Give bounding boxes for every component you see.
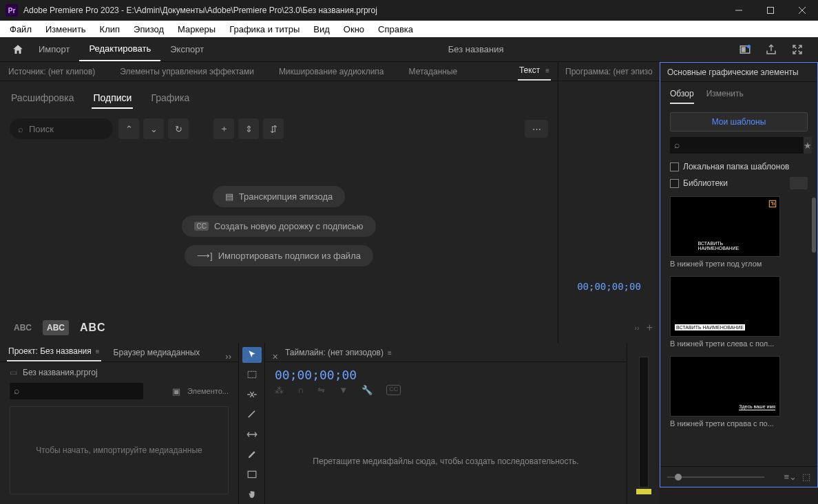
libraries-dropdown[interactable]: [790, 177, 808, 189]
refresh-button[interactable]: ↻: [168, 118, 189, 139]
template-item[interactable]: ВСТАВИТЬ НАИМЕНОВАНИЕ В нижней трети сле…: [670, 276, 810, 350]
more-options-button[interactable]: ⋯: [525, 120, 548, 138]
tab-project[interactable]: Проект: Без названия ≡: [7, 342, 101, 361]
eg-search-input[interactable]: [670, 137, 804, 154]
ripple-edit-tool[interactable]: [242, 387, 262, 403]
slip-tool[interactable]: [242, 427, 262, 443]
menu-graphics[interactable]: Графика и титры: [222, 22, 306, 36]
libraries-checkbox-row[interactable]: Библиотеки: [660, 174, 817, 192]
settings-icon[interactable]: 🔧: [361, 385, 373, 395]
my-templates-button[interactable]: Мои шаблоны: [670, 112, 808, 132]
merge-caption-button[interactable]: ⇵: [263, 118, 284, 139]
project-search-input[interactable]: [10, 383, 143, 399]
marker-icon[interactable]: ▼: [339, 385, 348, 395]
razor-tool[interactable]: [242, 407, 262, 423]
tab-metadata[interactable]: Метаданные: [408, 63, 459, 81]
menu-file[interactable]: Файл: [3, 22, 39, 36]
template-label: В нижней трети справа с по...: [670, 417, 780, 430]
template-label: В нижней трети слева с пол...: [670, 337, 780, 350]
quick-export-icon[interactable]: [738, 43, 752, 56]
cc-track-icon[interactable]: CC: [386, 385, 401, 395]
subtab-captions[interactable]: Подписи: [92, 88, 133, 109]
pen-tool[interactable]: [242, 446, 262, 462]
favorites-filter-button[interactable]: ★: [804, 137, 812, 154]
subtab-graphics[interactable]: Графика: [149, 88, 191, 109]
audio-meter[interactable]: [639, 357, 649, 487]
tab-effect-controls[interactable]: Элементы управления эффектами: [118, 63, 255, 81]
window-minimize-button[interactable]: [723, 0, 755, 21]
tab-audio-mixer[interactable]: Микширование аудиоклипа: [277, 63, 386, 81]
track-select-tool[interactable]: [242, 367, 262, 383]
transcribe-sequence-button[interactable]: ▤ Транскрипция эпизода: [213, 186, 345, 207]
workspace-tab-edit[interactable]: Редактировать: [79, 37, 160, 61]
window-close-button[interactable]: [786, 0, 818, 21]
project-name-display: Без названия: [213, 44, 738, 54]
checkbox-icon[interactable]: [670, 179, 679, 188]
selection-tool[interactable]: [242, 347, 262, 363]
timeline-tab[interactable]: Таймлайн: (нет эпизодов) ≡: [284, 344, 393, 361]
program-timecode[interactable]: 00;00;00;00: [577, 281, 641, 292]
home-button[interactable]: [7, 40, 29, 59]
abc-large-button[interactable]: ABC: [76, 319, 110, 337]
menu-markers[interactable]: Маркеры: [171, 22, 222, 36]
menu-clip[interactable]: Клип: [93, 22, 127, 36]
add-button-icon[interactable]: +: [647, 322, 653, 334]
import-icon: ⟶]: [197, 251, 213, 261]
program-panel-title[interactable]: Программа: (нет эпизо: [558, 62, 660, 81]
eg-tab-browse[interactable]: Обзор: [670, 89, 694, 104]
abc-medium-button[interactable]: ABC: [43, 320, 69, 335]
template-item[interactable]: Здесь ваше имя В нижней трети справа с п…: [670, 356, 810, 430]
menu-window[interactable]: Окно: [337, 22, 371, 36]
sort-icon[interactable]: ≡⌄: [784, 472, 797, 482]
workspace-tab-export[interactable]: Экспорт: [160, 38, 213, 61]
menu-sequence[interactable]: Эпизод: [127, 22, 171, 36]
panel-menu-icon[interactable]: ≡: [545, 67, 549, 74]
hand-tool[interactable]: [242, 486, 262, 502]
overflow-chevron-icon[interactable]: ››: [225, 351, 231, 361]
menu-help[interactable]: Справка: [371, 22, 420, 36]
menu-edit[interactable]: Изменить: [39, 22, 93, 36]
insert-mode-icon[interactable]: ⁂: [275, 385, 284, 395]
fullscreen-icon[interactable]: [790, 43, 804, 56]
close-tab-icon[interactable]: ✕: [272, 353, 278, 361]
project-panel: Проект: Без названия ≡ Браузер медиаданн…: [0, 343, 239, 504]
create-caption-track-button[interactable]: CC Создать новую дорожку с подписью: [182, 216, 375, 237]
eg-tab-edit[interactable]: Изменить: [706, 89, 744, 104]
menu-view[interactable]: Вид: [306, 22, 337, 36]
eg-panel-title[interactable]: Основные графические элементы: [660, 63, 817, 82]
panel-menu-icon[interactable]: ≡: [388, 349, 392, 357]
share-icon[interactable]: [764, 43, 778, 56]
import-captions-button[interactable]: ⟶] Импортировать подписи из файла: [185, 245, 373, 266]
timeline-drop-area[interactable]: Перетащите медиафайлы сюда, чтобы создат…: [265, 401, 627, 504]
caption-search-input[interactable]: [29, 124, 91, 134]
chevron-right-icon[interactable]: ››: [634, 324, 639, 332]
thumbnail-size-slider[interactable]: [667, 476, 764, 478]
panel-menu-icon[interactable]: ≡: [96, 348, 100, 355]
rectangle-tool[interactable]: [242, 466, 262, 482]
tab-source[interactable]: Источник: (нет клипов): [7, 63, 96, 81]
split-caption-button[interactable]: ⇕: [238, 118, 259, 139]
add-caption-button[interactable]: ＋: [213, 118, 234, 139]
scrollbar[interactable]: [812, 198, 816, 253]
nav-down-button[interactable]: ⌄: [143, 118, 164, 139]
local-templates-checkbox-row[interactable]: Локальная папка шаблонов: [660, 159, 817, 174]
timeline-timecode[interactable]: 00;00;00;00: [265, 362, 627, 384]
tab-text[interactable]: Текст ≡: [518, 61, 551, 81]
svg-rect-1: [768, 8, 774, 14]
nav-up-button[interactable]: ⌃: [118, 118, 139, 139]
caption-search[interactable]: ⌕: [10, 118, 113, 139]
project-item-count: Элементо...: [187, 387, 229, 395]
meter-base: [636, 489, 651, 494]
tab-media-browser[interactable]: Браузер медиаданных: [112, 344, 202, 361]
template-item[interactable]: ВСТАВИТЬ НАИМЕНОВАНИЕ В нижней трети под…: [670, 196, 810, 271]
abc-small-button[interactable]: ABC: [10, 320, 36, 335]
new-item-icon[interactable]: ⬚: [802, 472, 810, 482]
filter-bin-icon[interactable]: ▣: [172, 386, 180, 397]
snap-icon[interactable]: ∩: [297, 385, 304, 395]
linked-selection-icon[interactable]: ⇋: [317, 385, 325, 395]
window-maximize-button[interactable]: [755, 0, 786, 21]
checkbox-icon[interactable]: [670, 162, 679, 171]
workspace-tab-import[interactable]: Импорт: [29, 38, 79, 61]
subtab-transcript[interactable]: Расшифровка: [10, 88, 75, 109]
project-empty-message[interactable]: Чтобы начать, импортируйте медиаданные: [10, 406, 229, 494]
